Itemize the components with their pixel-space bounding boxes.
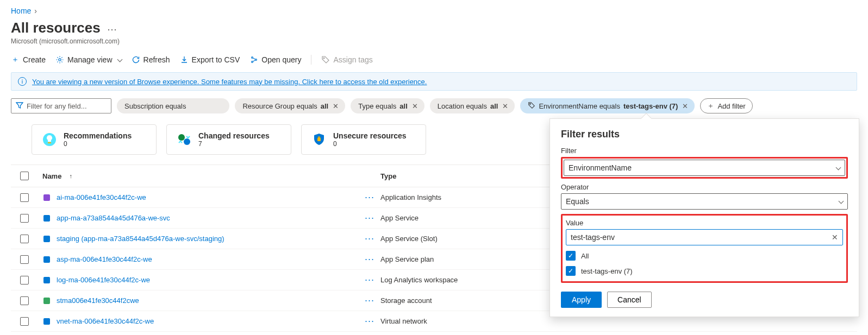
lightbulb-icon xyxy=(42,132,57,147)
value-input[interactable]: test-tags-env ✕ xyxy=(566,229,843,245)
filter-select[interactable]: EnvironmentName xyxy=(564,160,845,176)
separator xyxy=(311,55,311,65)
query-icon xyxy=(249,55,258,64)
row-checkbox[interactable] xyxy=(20,276,29,285)
resource-link[interactable]: stma006e41fe30c44f2cwe xyxy=(57,296,139,305)
refresh-label: Refresh xyxy=(143,55,170,64)
row-menu-icon[interactable]: ··· xyxy=(359,274,380,286)
resource-icon xyxy=(42,276,51,285)
resource-type: App Service (Slot) xyxy=(380,235,533,243)
assign-tags-button: Assign tags xyxy=(321,55,372,64)
row-menu-icon[interactable]: ··· xyxy=(359,212,380,224)
card-count: 0 xyxy=(333,140,407,148)
filter-label: Filter xyxy=(561,147,848,155)
manage-view-button[interactable]: Manage view xyxy=(55,55,122,64)
resource-icon xyxy=(42,296,51,305)
option-label: test-tags-env (7) xyxy=(581,267,633,275)
row-checkbox[interactable] xyxy=(20,193,29,202)
pill-value: all xyxy=(321,102,328,110)
row-checkbox[interactable] xyxy=(20,235,29,243)
pill-type[interactable]: Type equals all ✕ xyxy=(351,98,424,113)
resource-type: Storage account xyxy=(380,296,533,305)
resource-link[interactable]: log-ma-006e41fe30c44f2c-we xyxy=(57,276,150,284)
breadcrumb-home[interactable]: Home xyxy=(11,7,31,15)
row-menu-icon[interactable]: ··· xyxy=(359,315,380,327)
value-option-all[interactable]: ✓ All xyxy=(566,251,843,261)
row-menu-icon[interactable]: ··· xyxy=(359,192,380,203)
tag-icon xyxy=(321,55,330,64)
resource-link[interactable]: app-ma-a73a8544a45d476a-we-svc xyxy=(57,214,170,222)
clear-icon[interactable]: ✕ xyxy=(832,233,838,242)
value-option-env[interactable]: ✓ test-tags-env (7) xyxy=(566,266,843,276)
card-title: Changed resources xyxy=(198,131,270,140)
breadcrumb: Home › xyxy=(11,7,857,15)
operator-select[interactable]: Equals xyxy=(561,193,848,210)
card-changed[interactable]: Changed resources 7 xyxy=(166,124,291,155)
svg-rect-13 xyxy=(43,215,50,222)
row-checkbox[interactable] xyxy=(20,317,29,326)
svg-point-2 xyxy=(252,61,253,63)
resource-icon xyxy=(42,255,51,264)
pill-label: Subscription equals xyxy=(124,102,186,110)
create-button[interactable]: ＋ Create xyxy=(11,55,46,64)
info-link[interactable]: You are viewing a new version of Browse … xyxy=(32,78,427,86)
info-bar: i You are viewing a new version of Brows… xyxy=(11,72,857,91)
add-filter-button[interactable]: ＋ Add filter xyxy=(700,98,752,113)
row-menu-icon[interactable]: ··· xyxy=(359,233,380,244)
svg-rect-18 xyxy=(43,318,50,325)
close-icon[interactable]: ✕ xyxy=(501,102,509,110)
svg-rect-14 xyxy=(43,236,50,242)
apply-button[interactable]: Apply xyxy=(561,292,602,308)
svg-point-0 xyxy=(59,59,61,61)
row-menu-icon[interactable]: ··· xyxy=(359,295,380,306)
header-name-label: Name xyxy=(42,172,61,180)
resource-link[interactable]: vnet-ma-006e41fe30c44f2c-we xyxy=(57,317,154,325)
select-all-checkbox[interactable] xyxy=(20,172,29,180)
create-label: Create xyxy=(23,55,46,64)
cancel-button[interactable]: Cancel xyxy=(607,292,652,308)
card-unsecure[interactable]: Unsecure resources 0 xyxy=(301,124,426,155)
checkbox-checked-icon: ✓ xyxy=(566,266,576,276)
pill-subscription[interactable]: Subscription equals xyxy=(117,98,229,113)
operator-label: Operator xyxy=(561,183,848,191)
filter-icon xyxy=(16,102,23,111)
toolbar: ＋ Create Manage view Refresh Export to C… xyxy=(11,55,857,65)
close-icon[interactable]: ✕ xyxy=(332,102,340,110)
resource-type: App Service xyxy=(380,214,533,222)
resource-link[interactable]: staging (app-ma-a73a8544a45d476a-we-svc/… xyxy=(57,235,224,243)
close-icon[interactable]: ✕ xyxy=(411,102,419,110)
resource-link[interactable]: ai-ma-006e41fe30c44f2c-we xyxy=(57,193,146,201)
open-query-label: Open query xyxy=(261,55,301,64)
svg-point-3 xyxy=(255,59,257,61)
download-icon xyxy=(180,55,189,64)
card-count: 7 xyxy=(198,140,270,148)
pill-environment[interactable]: EnvironmentName equals test-tags-env (7)… xyxy=(520,98,695,113)
filter-panel: Filter results Filter EnvironmentName Op… xyxy=(549,118,859,317)
resource-link[interactable]: asp-ma-006e41fe30c44f2c-we xyxy=(57,255,152,263)
filter-input[interactable]: Filter for any field... xyxy=(11,98,111,113)
more-icon[interactable]: ⋯ xyxy=(107,23,117,35)
pill-location[interactable]: Location equals all ✕ xyxy=(430,98,515,113)
refresh-button[interactable]: Refresh xyxy=(132,55,170,64)
row-checkbox[interactable] xyxy=(20,296,29,305)
add-filter-label: Add filter xyxy=(717,102,745,110)
pill-resource-group[interactable]: Resource Group equals all ✕ xyxy=(235,98,345,113)
export-csv-button[interactable]: Export to CSV xyxy=(180,55,240,64)
filter-placeholder: Filter for any field... xyxy=(27,102,87,110)
row-checkbox[interactable] xyxy=(20,214,29,223)
close-icon[interactable]: ✕ xyxy=(681,102,689,110)
filter-panel-title: Filter results xyxy=(561,129,848,140)
col-header-type[interactable]: Type xyxy=(380,172,533,180)
export-csv-label: Export to CSV xyxy=(192,55,240,64)
col-header-name[interactable]: Name ↑ xyxy=(38,172,359,180)
filter-select-value: EnvironmentName xyxy=(569,163,632,172)
resource-type: App Service plan xyxy=(380,255,533,263)
row-menu-icon[interactable]: ··· xyxy=(359,254,380,265)
plus-icon: ＋ xyxy=(11,55,20,64)
svg-rect-12 xyxy=(43,194,50,201)
row-checkbox[interactable] xyxy=(20,255,29,264)
open-query-button[interactable]: Open query xyxy=(249,55,301,64)
card-recommendations[interactable]: Recommendations 0 xyxy=(32,124,157,155)
resource-type: Application Insights xyxy=(380,193,533,201)
card-title: Recommendations xyxy=(64,131,132,140)
